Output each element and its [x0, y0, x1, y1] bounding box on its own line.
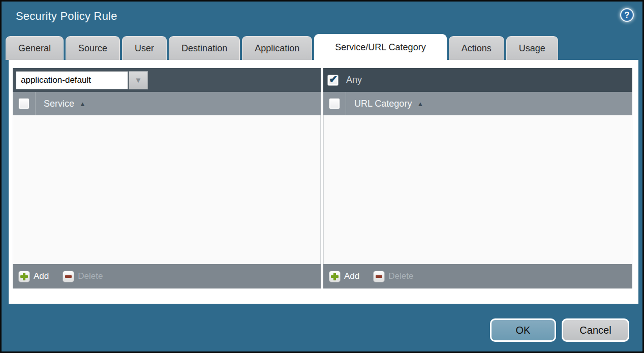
service-footer: Add Delete — [13, 264, 321, 288]
url-category-select-all-checkbox[interactable] — [329, 98, 340, 109]
service-column-header: Service ▲ — [13, 92, 321, 115]
service-delete-button[interactable]: Delete — [63, 271, 103, 282]
service-column-label[interactable]: Service — [44, 99, 74, 109]
service-panel: application-default ▼ Service ▲ Add Dele… — [13, 68, 321, 288]
url-category-column-label[interactable]: URL Category — [354, 99, 412, 109]
url-category-select-all-cell — [323, 92, 346, 115]
url-category-add-button[interactable]: Add — [329, 271, 359, 282]
tab-application[interactable]: Application — [242, 36, 312, 60]
any-label: Any — [346, 75, 362, 85]
sort-ascending-icon[interactable]: ▲ — [79, 100, 86, 108]
security-policy-rule-dialog: Security Policy Rule ? General Source Us… — [0, 0, 644, 353]
ok-button[interactable]: OK — [490, 318, 556, 342]
tab-strip: General Source User Destination Applicat… — [6, 34, 638, 60]
plus-icon — [329, 271, 341, 282]
tab-actions[interactable]: Actions — [449, 36, 504, 60]
help-icon[interactable]: ? — [620, 8, 634, 22]
service-add-button[interactable]: Add — [18, 271, 49, 282]
plus-icon — [18, 271, 30, 282]
service-select-all-checkbox[interactable] — [18, 98, 29, 109]
sort-ascending-icon[interactable]: ▲ — [417, 100, 423, 108]
url-category-toolbar: Any — [323, 68, 632, 92]
any-checkbox[interactable] — [327, 75, 339, 86]
tab-general[interactable]: General — [6, 36, 64, 60]
minus-icon — [63, 271, 74, 282]
chevron-down-icon[interactable]: ▼ — [129, 71, 148, 89]
title-bar: Security Policy Rule ? — [2, 2, 642, 33]
url-category-panel: Any URL Category ▲ Add Delete — [323, 68, 632, 288]
url-category-list[interactable] — [323, 115, 632, 264]
tab-destination[interactable]: Destination — [169, 36, 240, 60]
tab-user[interactable]: User — [122, 36, 167, 60]
tab-content-area: application-default ▼ Service ▲ Add Dele… — [9, 60, 638, 304]
tab-usage[interactable]: Usage — [506, 36, 558, 60]
service-type-dropdown[interactable]: application-default — [16, 71, 128, 89]
tab-service-url-category[interactable]: Service/URL Category — [314, 34, 446, 60]
service-toolbar: application-default ▼ — [13, 68, 321, 92]
url-category-column-header: URL Category ▲ — [323, 92, 632, 115]
url-category-footer: Add Delete — [323, 264, 632, 288]
service-list[interactable] — [13, 115, 321, 264]
service-select-all-cell — [13, 92, 36, 115]
url-category-delete-button[interactable]: Delete — [373, 271, 413, 282]
tab-source[interactable]: Source — [66, 36, 120, 60]
cancel-button[interactable]: Cancel — [562, 318, 629, 342]
minus-icon — [373, 271, 385, 282]
dialog-title: Security Policy Rule — [16, 10, 117, 23]
